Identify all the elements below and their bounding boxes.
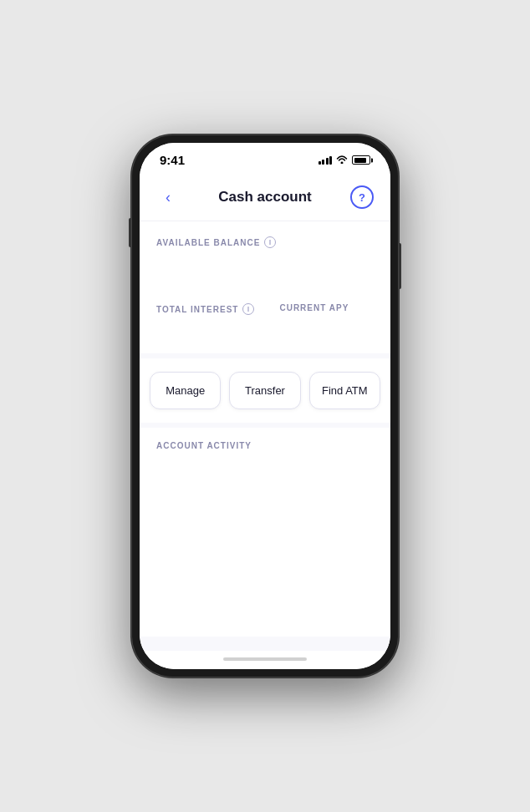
- screen-content: ‹ Cash account ? AVAILABLE BALANCE i: [140, 174, 390, 651]
- total-interest-label: TOTAL INTEREST i: [156, 303, 254, 315]
- page-header: ‹ Cash account ?: [140, 174, 390, 221]
- available-balance-value: [156, 253, 374, 288]
- account-activity-label: ACCOUNT ACTIVITY: [156, 441, 374, 450]
- current-apy-value: [279, 316, 349, 334]
- available-balance-label: AVAILABLE BALANCE i: [156, 236, 374, 248]
- phone-screen: 9:41: [140, 143, 390, 669]
- total-interest-info-icon[interactable]: i: [242, 303, 254, 315]
- stats-row: TOTAL INTEREST i CURRENT APY: [156, 303, 374, 337]
- balance-section: AVAILABLE BALANCE i TOTAL INTEREST i: [140, 221, 390, 353]
- current-apy-label: CURRENT APY: [279, 303, 349, 312]
- total-interest-stat: TOTAL INTEREST i: [156, 303, 254, 337]
- help-button[interactable]: ?: [350, 185, 374, 209]
- find-atm-button[interactable]: Find ATM: [309, 372, 380, 409]
- status-icons: [319, 155, 371, 166]
- phone-frame: 9:41: [131, 134, 399, 678]
- back-button[interactable]: ‹: [156, 185, 180, 209]
- status-bar: 9:41: [140, 143, 390, 174]
- total-interest-value: [156, 318, 254, 337]
- transfer-button[interactable]: Transfer: [229, 372, 300, 409]
- wifi-icon: [336, 155, 348, 166]
- home-bar: [223, 657, 307, 661]
- available-balance-info-icon[interactable]: i: [264, 236, 276, 248]
- status-time: 9:41: [160, 153, 185, 167]
- manage-button[interactable]: Manage: [150, 372, 221, 409]
- activity-section: ACCOUNT ACTIVITY: [140, 428, 390, 637]
- signal-icon: [319, 156, 333, 165]
- home-indicator: [140, 651, 390, 669]
- battery-icon: [352, 155, 370, 165]
- back-arrow-icon: ‹: [166, 189, 171, 206]
- current-apy-stat: CURRENT APY: [279, 303, 349, 337]
- actions-section: Manage Transfer Find ATM: [140, 358, 390, 423]
- page-title: Cash account: [218, 189, 311, 206]
- help-icon: ?: [359, 191, 365, 204]
